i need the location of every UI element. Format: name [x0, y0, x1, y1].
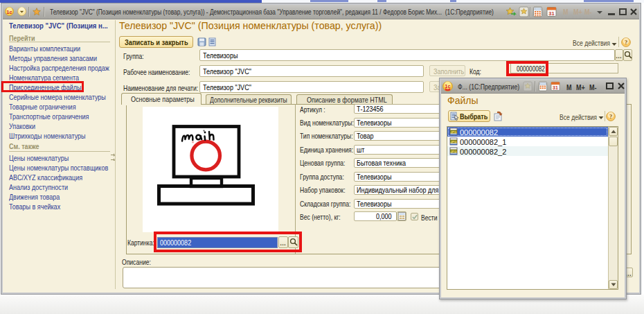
svg-text:JPG: JPG [451, 140, 457, 143]
svg-text:?: ? [625, 40, 627, 46]
svg-text:JPG: JPG [451, 130, 457, 134]
svg-text:1с: 1с [6, 9, 12, 15]
svg-text:31: 31 [548, 10, 554, 17]
svg-text:1с: 1с [445, 83, 450, 89]
svg-text:JPG: JPG [451, 150, 457, 153]
svg-text:31: 31 [553, 85, 558, 90]
svg-text:?: ? [609, 114, 612, 120]
